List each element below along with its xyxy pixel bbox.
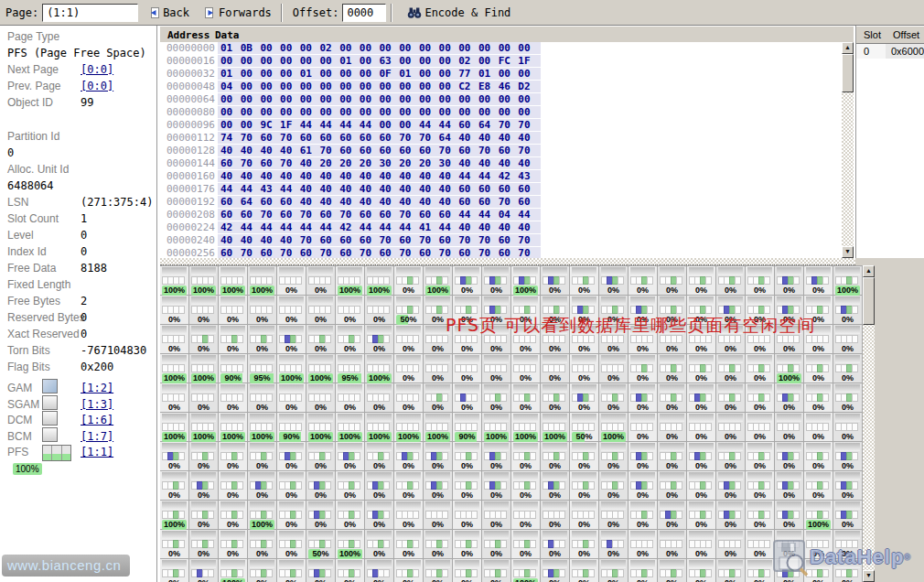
hex-byte[interactable]: 01 [339,55,360,67]
hex-byte[interactable]: 70 [478,234,499,246]
hex-byte[interactable]: 60 [478,196,499,208]
hex-byte[interactable]: 44 [439,119,459,131]
hex-byte[interactable]: 60 [419,209,439,221]
hex-byte[interactable]: 40 [518,221,538,233]
hex-byte[interactable]: 00 [319,68,339,80]
pfs-cell[interactable]: 0% [219,471,248,501]
pfs-cell[interactable]: 0% [189,383,219,413]
page-link[interactable]: [1:1] [81,445,113,460]
pfs-cell[interactable]: 100% [336,530,365,559]
pfs-cell[interactable]: 0% [160,559,189,582]
hex-byte[interactable]: 00 [319,81,339,92]
pfs-cell[interactable]: 0% [629,530,658,559]
hex-byte[interactable]: 60 [360,209,380,221]
hex-byte[interactable]: 44 [241,221,261,233]
hex-byte[interactable]: C2 [458,81,478,92]
pfs-cell[interactable]: 100% [336,266,365,296]
pfs-cell[interactable]: 100% [160,354,189,383]
hex-byte[interactable]: 40 [478,157,499,169]
pfs-cell[interactable]: 0% [599,530,629,559]
scrollbar-thumb[interactable] [842,54,854,92]
hex-byte[interactable]: 00 [380,93,400,105]
hex-byte[interactable]: 00 [439,106,459,118]
hex-byte[interactable]: 00 [360,68,380,80]
hex-byte[interactable]: 00 [478,106,499,118]
hex-byte[interactable]: 00 [339,68,360,80]
hex-byte[interactable]: 40 [399,170,419,182]
hex-byte[interactable]: 40 [360,196,380,208]
hex-byte[interactable]: 70 [458,234,478,246]
pfs-cell[interactable]: 0% [453,530,482,559]
pfs-cell[interactable]: 90% [277,413,306,442]
pfs-cell[interactable]: 0% [453,266,482,296]
hex-byte[interactable]: 70 [319,145,339,156]
hex-byte[interactable]: 44 [241,183,261,195]
pfs-cell[interactable]: 0% [336,471,365,501]
pfs-cell[interactable]: 0% [277,559,306,582]
pfs-cell[interactable]: 0% [365,296,394,325]
pfs-cell[interactable]: 0% [541,501,570,530]
pfs-cell[interactable]: 0% [394,501,424,530]
hex-byte[interactable]: 30 [380,157,400,169]
pfs-cell[interactable]: 0% [658,559,687,582]
pfs-cell[interactable]: 90% [219,354,248,383]
hex-byte[interactable]: 60 [399,145,419,156]
hex-byte[interactable]: 44 [319,119,339,131]
hex-byte[interactable]: 60 [339,247,360,258]
hex-byte[interactable]: 70 [419,234,439,246]
hex-byte[interactable]: 44 [478,170,499,182]
hex-byte[interactable]: 70 [241,132,261,144]
hex-byte[interactable]: 40 [439,170,459,182]
pfs-cell[interactable]: 100% [365,354,394,383]
hex-byte[interactable]: 40 [319,196,339,208]
pfs-cell[interactable]: 0% [570,501,599,530]
pfs-cell[interactable]: 100% [365,413,394,442]
hex-byte[interactable]: 00 [458,42,478,54]
pfs-cell[interactable]: 95% [248,354,277,383]
hex-byte[interactable]: 60 [518,183,538,195]
pfs-cell[interactable]: 0% [160,442,189,471]
hex-byte[interactable]: 60 [280,196,300,208]
hex-byte[interactable]: 70 [241,247,261,258]
pfs-cell[interactable]: 100% [599,413,629,442]
pfs-cell[interactable]: 0% [833,501,863,530]
hex-byte[interactable]: 00 [499,42,519,54]
pfs-cell[interactable]: 0% [160,471,189,501]
hex-byte[interactable]: 70 [518,119,538,131]
hex-byte[interactable]: 00 [339,42,360,54]
hex-byte[interactable]: 40 [499,221,519,233]
hex-byte[interactable]: 70 [439,145,459,156]
hex-byte[interactable]: 00 [220,55,241,67]
scrollbar-thumb[interactable] [863,277,875,325]
hex-byte[interactable]: 70 [241,157,261,169]
hex-byte[interactable]: 40 [319,170,339,182]
hex-byte[interactable]: 40 [360,170,380,182]
hex-byte[interactable]: 60 [220,209,241,221]
pfs-cell[interactable]: 0% [189,296,219,325]
pfs-cell[interactable]: 0% [394,442,424,471]
pfs-cell[interactable]: 0% [424,354,453,383]
pfs-cell[interactable]: 0% [453,559,482,582]
hex-byte[interactable]: 20 [399,157,419,169]
pfs-cell[interactable]: 0% [277,296,306,325]
hex-byte[interactable]: 60 [319,234,339,246]
pfs-cell[interactable]: 0% [219,501,248,530]
hex-byte[interactable]: 00 [399,42,419,54]
scroll-down-arrow[interactable]: ▼ [842,246,854,258]
allocation-map-thumbnail[interactable] [42,379,58,393]
pfs-cell[interactable]: 0% [306,501,336,530]
pfs-cell[interactable]: 0% [277,266,306,296]
hex-byte[interactable]: 40 [458,157,478,169]
hex-byte[interactable]: 70 [380,234,400,246]
pfs-cell[interactable]: 0% [424,383,453,413]
pfs-cell[interactable]: 0% [219,530,248,559]
pfs-cell[interactable]: 0% [511,530,541,559]
pfs-cell[interactable]: 0% [833,471,863,501]
hex-byte[interactable]: 40 [518,132,538,144]
page-link[interactable]: [1:2] [81,381,113,396]
pfs-cell[interactable]: 0% [658,501,687,530]
pfs-cell[interactable]: 0% [716,442,746,471]
pfs-cell[interactable]: 0% [248,442,277,471]
pfs-cell[interactable]: 0% [336,383,365,413]
pfs-cell[interactable]: 100% [804,501,833,530]
